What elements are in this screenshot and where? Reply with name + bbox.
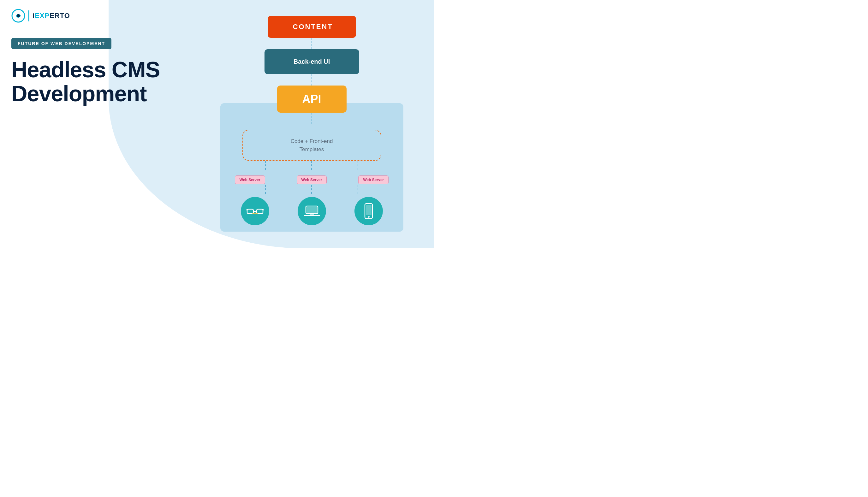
svg-line-5 — [246, 209, 247, 211]
main-title: Headless CMS Development — [11, 58, 220, 106]
device-phone — [354, 197, 383, 225]
svg-rect-9 — [307, 207, 317, 213]
blue-band: Code + Front-end Templates Web Server We… — [220, 103, 403, 232]
content-node: CONTENT — [268, 16, 356, 38]
logo-area: iEXPERTO — [11, 9, 70, 23]
api-wrapper: API Code + Front-end Templates Web Serve… — [220, 86, 403, 232]
phone-icon — [364, 203, 374, 219]
svg-rect-3 — [257, 209, 263, 214]
svg-rect-11 — [310, 214, 314, 215]
svg-point-1 — [17, 14, 20, 17]
logo-icon — [11, 9, 25, 23]
connector-to-device3 — [358, 185, 358, 194]
connector-backend-api — [312, 74, 312, 86]
svg-point-14 — [368, 216, 370, 218]
connector-to-device2 — [311, 185, 312, 194]
api-node: API — [277, 86, 346, 113]
connector-to-ws3 — [358, 161, 358, 170]
logo-divider — [28, 10, 29, 22]
svg-rect-7 — [252, 213, 258, 214]
connector-to-device1 — [265, 185, 266, 194]
connector-content-backend — [312, 38, 312, 49]
frontend-label-line2: Templates — [300, 146, 324, 153]
web-servers-row: Web Server Web Server Web Server — [220, 175, 403, 184]
connector-api-frontend — [312, 113, 312, 124]
left-content: FUTURE OF WEB DEVELOPMENT Headless CMS D… — [11, 38, 220, 106]
web-server-2: Web Server — [297, 175, 327, 184]
devices-row — [220, 197, 403, 225]
svg-line-6 — [263, 209, 264, 211]
web-server-3: Web Server — [358, 175, 388, 184]
web-server-1: Web Server — [235, 175, 265, 184]
backend-node: Back-end UI — [265, 49, 359, 74]
frontend-label-line1: Code + Front-end — [291, 138, 333, 144]
ar-glasses-icon — [246, 207, 264, 215]
diagram-area: CONTENT Back-end UI API Code + Front-end… — [199, 10, 425, 239]
frontend-node: Code + Front-end Templates — [242, 130, 381, 161]
connector-to-ws1 — [265, 161, 266, 170]
laptop-icon — [303, 205, 321, 217]
device-laptop — [298, 197, 326, 225]
connector-to-ws2 — [311, 161, 312, 170]
svg-rect-13 — [366, 205, 371, 215]
device-ar-glasses — [241, 197, 269, 225]
logo-text: iEXPERTO — [32, 12, 70, 20]
svg-rect-2 — [247, 209, 254, 214]
subtitle-badge: FUTURE OF WEB DEVELOPMENT — [11, 38, 111, 49]
title-line1: Headless CMS — [11, 57, 160, 82]
title-line2: Development — [11, 82, 147, 106]
